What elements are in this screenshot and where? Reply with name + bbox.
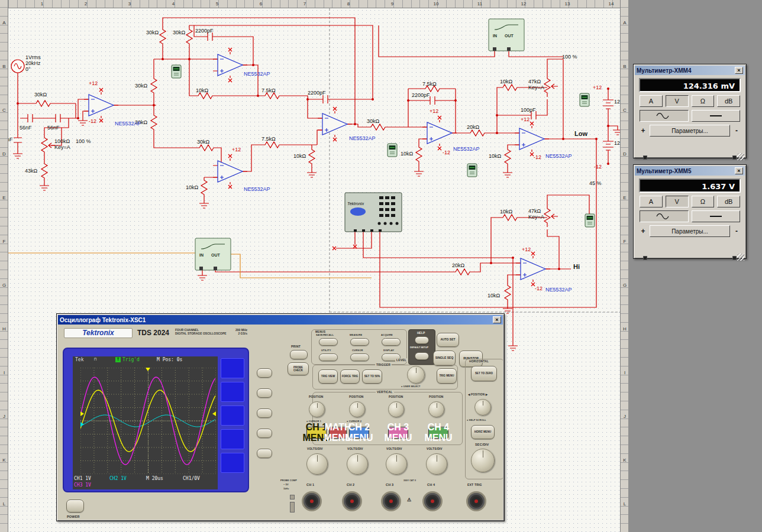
close-icon[interactable]: × [735, 167, 743, 174]
default-setup-button[interactable] [415, 352, 429, 360]
ch3-menu-button[interactable]: CH 3 MENU [388, 427, 408, 439]
save-recall-button[interactable] [319, 338, 338, 346]
soft-button-2[interactable] [257, 388, 272, 398]
mode-ampere-button[interactable]: A [640, 95, 663, 107]
window-titlebar[interactable]: Мультиметр-XMM4 × [635, 66, 745, 75]
measure-button[interactable] [350, 338, 369, 346]
parameters-button[interactable]: Параметры... [650, 225, 730, 237]
ch2-bnc[interactable] [342, 491, 362, 511]
mode-ampere-button[interactable]: A [640, 196, 663, 207]
close-icon[interactable]: × [493, 316, 501, 323]
ruler-letter: B [0, 64, 8, 69]
single-seq-button[interactable]: SINGLE SEQ [433, 351, 456, 366]
ruler-letter: C [621, 108, 629, 113]
ruler-letter: J [621, 414, 629, 419]
print-button[interactable] [290, 350, 308, 359]
warning-icon: ⚠ [407, 497, 411, 502]
trigger-level-knob[interactable] [407, 366, 425, 384]
dc-coupling-button[interactable] [692, 110, 741, 122]
display-label: DISPLAY [383, 349, 394, 352]
ruler-letter: B [621, 64, 629, 69]
ch3-position-label: POSITION [389, 395, 403, 398]
ruler-number: 2 [82, 1, 90, 7]
ruler-number: 11 [476, 1, 484, 7]
ch2-menu-button[interactable]: CH 2 MENU [349, 427, 369, 439]
ch1-bnc[interactable] [302, 491, 322, 511]
mode-volt-button[interactable]: V [666, 196, 689, 207]
ac-coupling-button[interactable] [640, 110, 689, 122]
trig-menu-button[interactable]: TRIG MENU [437, 368, 457, 384]
mode-ohm-button[interactable]: Ω [692, 95, 715, 107]
cursor-button[interactable] [350, 353, 369, 361]
soft-button-3[interactable] [257, 408, 272, 418]
soft-button-4[interactable] [257, 429, 272, 438]
window-titlebar[interactable]: Мультиметр-XMM5 × [635, 166, 745, 176]
wire-junction [562, 138, 564, 140]
dc-coupling-button[interactable] [692, 210, 741, 222]
resize-grip[interactable] [737, 153, 744, 160]
ac-coupling-button[interactable] [640, 210, 689, 222]
acquire-button[interactable] [382, 338, 401, 346]
ruler-number: 1 [38, 1, 46, 7]
window-title: Осциллограф Tektronix-XSC1 [60, 317, 146, 323]
wire-junction [595, 138, 598, 140]
multimeter-xmm4-window: Мультиметр-XMM4 × 124.316 mV A V Ω dB + … [633, 64, 747, 158]
trig-view-button[interactable]: TRIG VIEW [318, 369, 338, 384]
horiz-menu-button[interactable]: HORIZ MENU [471, 425, 495, 439]
wire-junction [372, 98, 374, 100]
auto-set-button[interactable]: AUTO SET [437, 333, 459, 347]
negative-terminal[interactable] [732, 256, 737, 260]
default-setup-label: DEFAULT SETUP [410, 346, 428, 349]
close-icon[interactable]: × [735, 67, 743, 74]
ch4-bnc[interactable] [422, 491, 443, 511]
acquire-label: ACQUIRE [381, 333, 393, 336]
ch3-volts-div-label: VOLTS/DIV [386, 447, 402, 450]
ch3-position-knob[interactable] [388, 401, 404, 417]
set-to-zero-button[interactable]: SET TO ZERO [471, 366, 497, 381]
ext-trig-bnc[interactable] [466, 491, 486, 511]
ch3-bnc[interactable] [381, 491, 401, 511]
ch4-volts-div-knob[interactable] [426, 453, 447, 475]
ruler-number: 3 [125, 1, 134, 7]
negative-terminal[interactable] [732, 155, 737, 160]
utility-button[interactable] [319, 353, 338, 361]
multimeter-xmm5-window: Мультиметр-XMM5 × 1.637 V A V Ω dB + Пар… [633, 164, 747, 259]
math-menu-button[interactable]: MATH MENU [329, 427, 347, 439]
positive-terminal[interactable] [643, 155, 647, 160]
mode-volt-button[interactable]: V [666, 95, 689, 107]
probe-x-mark [531, 283, 535, 286]
horizontal-position-knob[interactable] [474, 399, 491, 416]
soft-button-5[interactable] [257, 449, 272, 458]
force-trig-button[interactable]: FORCE TRIG [340, 369, 360, 384]
ch1-position-knob[interactable] [309, 401, 325, 417]
soft-button-1[interactable] [257, 368, 272, 378]
probe-check-button[interactable]: PROBE CHECK [288, 362, 309, 375]
mode-ohm-button[interactable]: Ω [692, 196, 715, 207]
ch3-volts-div-knob[interactable] [386, 453, 407, 475]
positive-terminal[interactable] [643, 256, 647, 260]
help-button[interactable] [415, 336, 429, 344]
ch2-position-knob[interactable] [349, 401, 365, 417]
ch4-position-knob[interactable] [428, 401, 444, 417]
set-to-50-button[interactable]: SET TO 50% [362, 369, 382, 384]
sec-div-knob[interactable] [471, 449, 495, 472]
mode-db-button[interactable]: dB [717, 196, 740, 207]
ch4-volts-div-label: VOLTS/DIV [427, 447, 443, 450]
wire-junction [496, 114, 498, 116]
ruler-left: ABCDEFGHIJKL [0, 0, 8, 532]
ruler-letter: E [621, 195, 629, 200]
probe-x-mark [531, 252, 535, 255]
cat-rating-label: 300V CAT II [403, 479, 416, 482]
mode-db-button[interactable]: dB [717, 95, 740, 107]
ruler-letter: K [0, 458, 8, 463]
resize-grip[interactable] [737, 254, 744, 261]
probe-x-mark [99, 88, 103, 92]
window-titlebar[interactable]: Осциллограф Tektronix-XSC1 × [58, 315, 503, 325]
ch4-menu-button[interactable]: CH 4 MENU [428, 427, 448, 439]
ch1-volts-div-knob[interactable] [306, 453, 328, 475]
ch2-volts-div-knob[interactable] [347, 453, 368, 475]
ruler-number: 8 [344, 1, 353, 7]
power-button[interactable] [66, 499, 84, 512]
cursor-label: CURSOR [352, 349, 363, 352]
parameters-button[interactable]: Параметры... [650, 125, 730, 137]
